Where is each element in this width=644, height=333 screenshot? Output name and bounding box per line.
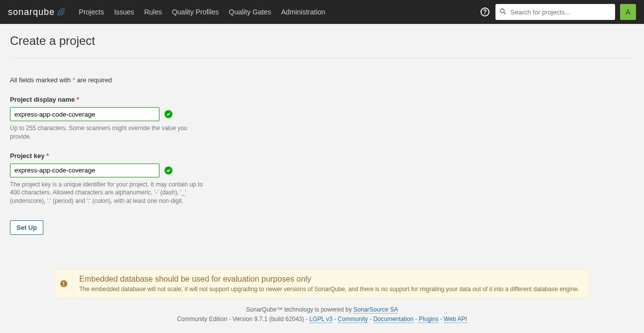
svg-line-1 — [504, 12, 506, 14]
project-key-help: The project key is a unique identifier f… — [10, 180, 209, 205]
field-display-name: Project display name * Up to 255 charact… — [10, 96, 219, 141]
logo[interactable]: sonarqube — [8, 7, 66, 17]
avatar[interactable]: A — [620, 4, 636, 20]
logo-arc-icon — [57, 7, 66, 16]
footer-link-sonarsource[interactable]: SonarSource SA — [353, 306, 398, 314]
warning-icon-cell: ! — [55, 270, 72, 298]
footer-version: Version 9.7.1 (build 62043) — [233, 316, 304, 323]
warning-box: ! Embedded database should be used for e… — [55, 269, 589, 298]
search-icon — [499, 8, 506, 15]
page-title: Create a project — [10, 34, 634, 48]
warning-text: The embedded database will not scale, it… — [79, 286, 579, 293]
required-note: All fields marked with * are required — [10, 76, 634, 84]
project-key-input[interactable] — [10, 164, 160, 177]
footer-link-plugins[interactable]: Plugins — [419, 316, 438, 323]
display-name-label-text: Project display name — [10, 96, 75, 103]
help-icon[interactable]: ? — [481, 7, 489, 16]
field-project-key: Project key * The project key is a uniqu… — [10, 152, 219, 205]
display-name-help: Up to 255 characters. Some scanners migh… — [10, 124, 209, 141]
setup-button[interactable]: Set Up — [10, 220, 43, 235]
required-prefix: All fields marked with — [10, 76, 73, 84]
footer-link-documentation[interactable]: Documentation — [373, 316, 414, 323]
footer: ! Embedded database should be used for e… — [0, 263, 644, 333]
search-input[interactable] — [495, 4, 615, 20]
footer-link-community[interactable]: Community — [338, 316, 368, 323]
warning-title: Embedded database should be used for eva… — [79, 275, 579, 284]
warning-icon: ! — [60, 280, 67, 287]
nav-link-administration[interactable]: Administration — [276, 0, 330, 24]
display-name-label: Project display name * — [10, 96, 219, 103]
check-icon — [164, 166, 172, 174]
logo-text: sonarqube — [8, 7, 55, 17]
footer-link-webapi[interactable]: Web API — [444, 316, 467, 323]
search-wrap — [495, 4, 615, 20]
nav-link-quality-gates[interactable]: Quality Gates — [224, 0, 276, 24]
nav-link-quality-profiles[interactable]: Quality Profiles — [167, 0, 224, 24]
footer-line-2: Community Edition - Version 9.7.1 (build… — [0, 315, 644, 324]
footer-link-lgpl[interactable]: LGPL v3 — [310, 316, 332, 323]
project-key-label-text: Project key — [10, 152, 44, 160]
nav-link-rules[interactable]: Rules — [139, 0, 167, 24]
project-key-label: Project key * — [10, 152, 219, 160]
nav-links: Projects Issues Rules Quality Profiles Q… — [74, 0, 330, 24]
required-star: * — [46, 152, 49, 160]
required-star: * — [77, 96, 79, 103]
display-name-input[interactable] — [10, 107, 160, 121]
powered-prefix: SonarQube™ technology is powered by — [246, 306, 353, 313]
main-content: Create a project All fields marked with … — [0, 24, 644, 263]
footer-line-1: SonarQube™ technology is powered by Sona… — [0, 305, 644, 315]
svg-point-0 — [500, 9, 504, 13]
nav-link-issues[interactable]: Issues — [109, 0, 139, 24]
required-suffix: are required — [75, 76, 112, 84]
top-navbar: sonarqube Projects Issues Rules Quality … — [0, 0, 644, 24]
check-icon — [164, 110, 172, 118]
footer-edition: Community Edition — [177, 316, 227, 323]
divider — [10, 58, 634, 58]
nav-link-projects[interactable]: Projects — [74, 0, 109, 24]
